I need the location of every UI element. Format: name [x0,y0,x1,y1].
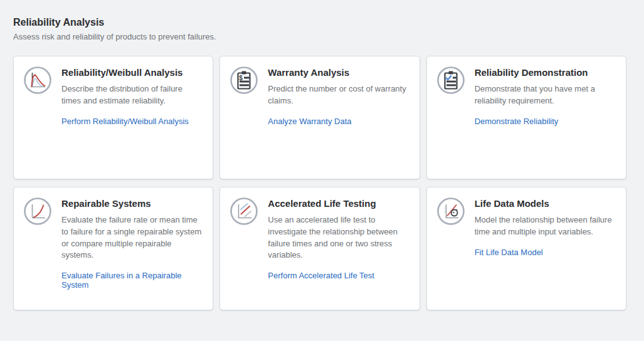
reliability-analysis-page: Reliability Analysis Assess risk and rel… [0,0,644,310]
rising-curve-icon [23,196,53,226]
card-title: Repairable Systems [61,198,203,210]
card-description: Model the relationship between failure t… [475,214,616,238]
analyze-warranty-data-link[interactable]: Analyze Warranty Data [268,117,351,126]
page-subtitle: Assess risk and reliability of products … [13,32,626,43]
card-title: Reliability/Weibull Analysis [61,67,203,79]
regression-gauge-icon [436,196,466,226]
card-title: Warranty Analysis [268,67,409,79]
card-description: Describe the distribution of failure tim… [61,83,203,107]
card-description: Use an accelerated life test to investig… [268,214,409,261]
page-title: Reliability Analysis [13,16,626,28]
card-title: Accelerated Life Testing [268,198,409,210]
card-accelerated-life-testing: Accelerated Life Testing Use an accelera… [219,187,420,310]
analysis-card-grid: Reliability/Weibull Analysis Describe th… [13,56,626,310]
card-life-data-models: Life Data Models Model the relationship … [426,187,626,310]
svg-text:$: $ [240,75,243,81]
perform-accelerated-life-test-link[interactable]: Perform Accelerated Life Test [268,271,374,280]
card-reliability-weibull-analysis: Reliability/Weibull Analysis Describe th… [13,56,213,179]
card-title: Reliability Demonstration [475,67,616,79]
card-reliability-demonstration: Reliability Demonstration Demonstrate th… [426,56,626,179]
evaluate-failures-repairable-system-link[interactable]: Evaluate Failures in a Repairable System [61,271,203,290]
card-warranty-analysis: $ Warranty Analysis Predict the number o… [219,56,420,179]
clipboard-dollar-icon: $ [229,65,259,95]
perform-reliability-weibull-analysis-link[interactable]: Perform Reliability/Weibull Analysis [61,117,189,126]
card-description: Predict the number or cost of warranty c… [268,83,409,107]
card-repairable-systems: Repairable Systems Evaluate the failure … [13,187,213,310]
card-description: Evaluate the failure rate or mean time t… [61,214,203,261]
fit-life-data-model-link[interactable]: Fit Life Data Model [475,248,543,257]
card-description: Demonstrate that you have met a reliabil… [475,83,616,107]
diagonal-lines-icon [229,196,259,226]
demonstrate-reliability-link[interactable]: Demonstrate Reliability [475,117,559,126]
clipboard-check-icon [436,65,466,95]
card-title: Life Data Models [475,198,616,210]
weibull-distribution-icon [23,65,53,95]
